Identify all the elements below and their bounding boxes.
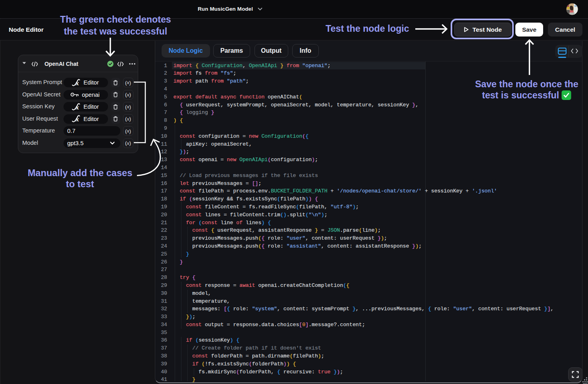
svg-text:x: x bbox=[75, 115, 79, 123]
svg-text:x: x bbox=[75, 104, 79, 111]
svg-text:x: x bbox=[75, 79, 79, 87]
